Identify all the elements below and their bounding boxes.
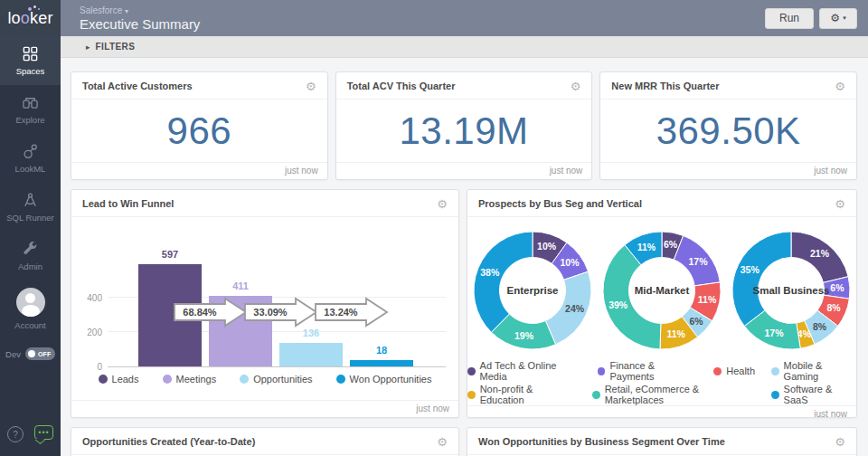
run-button[interactable]: Run [765,8,814,29]
legend-label: Mobile & Gaming [784,360,856,382]
donut-slice-software-saas[interactable] [474,232,533,332]
gear-icon[interactable]: ⚙ [571,81,581,92]
compass-icon [22,192,39,209]
tile-opportunities-created: Opportunities Created (Year-to-Date)⚙ [71,427,459,456]
sidebar-item-label: Admin [18,261,42,271]
kpi-value: 966 [71,100,327,162]
dev-mode-row: Dev OFF [0,347,61,360]
dashboard-content: Total Active Customers⚙ 966 just now Tot… [61,59,868,456]
kpi-value: 369.50K [600,100,856,162]
donut-chart-mid-market: 6%17%11%6%11%39%11%Mid-Market [599,224,725,356]
legend-item-leads[interactable]: Leads [99,374,139,385]
header-actions: Run ⚙▾ [765,8,857,29]
legend-label: Ad Tech & Online Media [480,360,581,382]
legend-item-health[interactable]: Health [713,360,755,382]
slice-percent-label: 4% [797,328,812,339]
gear-icon[interactable]: ⚙ [835,81,845,92]
conversion-rate-label: 33.09% [253,307,288,318]
legend-label: Software & SaaS [784,384,856,405]
gear-icon[interactable]: ⚙ [835,198,845,210]
filters-label: FILTERS [96,42,136,52]
legend-dot [467,391,476,399]
tile-updated: just now [336,162,592,179]
gear-icon[interactable]: ⚙ [437,198,448,210]
lookml-molecule-icon [22,143,39,160]
y-axis-tick: 200 [77,328,102,337]
chat-bubble-icon[interactable]: ••• [34,425,53,440]
slice-percent-label: 17% [764,328,784,338]
donut-center-label: Enterprise [507,285,559,296]
sidebar-item-label: Explore [15,115,44,125]
sidebar-item-sql-runner[interactable]: SQL Runner [0,183,61,232]
sidebar-item-admin[interactable]: Admin [0,232,61,280]
sidebar-bottom: ? ••• [0,425,61,456]
legend-item-non-profit-education[interactable]: Non-profit & Education [467,384,576,405]
kpi-tile-total-active-customers: Total Active Customers⚙ 966 just now [71,71,328,180]
donut-chart-small-business: 21%6%8%8%4%17%35%Small Business [728,224,854,356]
kpi-value: 13.19M [336,100,592,162]
dev-toggle[interactable]: OFF [25,347,55,360]
legend-dot [598,367,606,375]
conversion-rate-label: 68.84% [183,307,217,318]
sidebar-item-label: Spaces [16,66,45,76]
legend-item-finance-payments[interactable]: Finance & Payments [598,360,697,382]
slice-percent-label: 35% [741,264,760,275]
legend-item-ad-tech-online-media[interactable]: Ad Tech & Online Media [467,360,581,382]
legend-dot [467,367,476,375]
sidebar-item-spaces[interactable]: Spaces [0,36,61,85]
logo-bubbles-icon [28,5,41,11]
legend-dot [240,375,249,384]
legend-item-mobile-gaming[interactable]: Mobile & Gaming [771,360,856,382]
help-icon[interactable]: ? [7,426,24,442]
legend-dot [771,391,779,399]
slice-percent-label: 39% [609,299,628,310]
slice-percent-label: 10% [560,257,580,268]
slice-percent-label: 6% [689,316,703,327]
slice-percent-label: 38% [480,267,500,278]
funnel-bar-won-opportunities[interactable] [350,360,413,366]
gear-icon[interactable]: ⚙ [835,436,845,448]
chevron-down-icon: ▾ [843,14,846,22]
legend-label: Won Opportunities [350,374,432,385]
toggle-state: OFF [38,351,52,357]
tile-title: Lead to Win Funnel [82,198,174,209]
tile-updated: just now [71,162,327,179]
y-axis-tick: 400 [77,293,102,303]
filters-bar[interactable]: ▸ FILTERS [61,36,868,58]
page-title: Executive Summary [80,16,200,32]
donut-slice-retail-ecommerce-marketplaces[interactable] [603,245,661,349]
kpi-tile-new-mrr: New MRR This Quarter⚙ 369.50K just now [599,71,857,180]
donut-slice-software-saas[interactable] [732,232,791,326]
legend-item-retail-ecommerce-marketplaces[interactable]: Retail, eCommerce & Marketplaces [592,384,755,405]
breadcrumb[interactable]: Salesforce ▾ [80,5,200,15]
tile-title: New MRR This Quarter [611,81,719,91]
legend-item-opportunities[interactable]: Opportunities [240,374,312,385]
legend-label: Retail, eCommerce & Marketplaces [605,384,755,405]
donut-center-label: Mid-Market [635,285,690,296]
chevron-down-icon: ▾ [125,7,128,15]
sidebar-item-lookml[interactable]: LookML [0,134,61,183]
top-header: Salesforce ▾ Executive Summary Run ⚙▾ [61,0,868,36]
legend-item-software-saas[interactable]: Software & SaaS [771,384,856,405]
gear-icon[interactable]: ⚙ [306,81,316,92]
avatar [16,288,45,317]
looker-logo[interactable]: looker [0,0,61,36]
legend-label: Health [726,366,755,376]
legend-item-won-opportunities[interactable]: Won Opportunities [336,374,432,385]
legend-dot [99,375,108,384]
funnel-bar-opportunities[interactable] [279,343,343,366]
slice-percent-label: 17% [688,256,708,267]
sidebar-item-explore[interactable]: Explore [0,85,61,134]
gear-icon[interactable]: ⚙ [437,436,448,448]
slice-percent-label: 11% [698,294,717,305]
legend-label: Finance & Payments [609,360,697,382]
legend-item-meetings[interactable]: Meetings [163,374,217,385]
wrench-icon [22,241,39,258]
slice-percent-label: 11% [666,328,685,339]
dashboard-settings-button[interactable]: ⚙▾ [819,8,857,29]
donut-center-label: Small Business [752,285,829,296]
slice-percent-label: 24% [565,303,585,314]
gear-icon: ⚙ [830,12,840,24]
sidebar-item-account[interactable]: Account [0,280,61,337]
legend-dot [713,367,722,375]
